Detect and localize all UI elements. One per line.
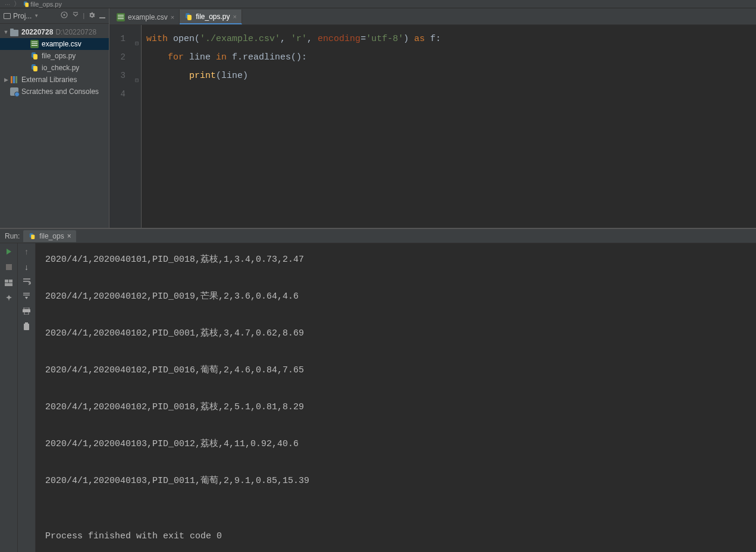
down-trace-button[interactable]: ↓ bbox=[24, 262, 29, 272]
run-toolbar-right: ↑ ↓ bbox=[18, 243, 36, 552]
tree-file[interactable]: io_check.py bbox=[0, 62, 109, 74]
run-label: Run: bbox=[5, 232, 20, 240]
delete-button[interactable] bbox=[23, 322, 30, 332]
project-tree: ▼ 20220728 D:\20220728 example.csvfile_o… bbox=[0, 24, 109, 100]
print-button[interactable] bbox=[23, 308, 30, 316]
pin-button[interactable] bbox=[4, 293, 14, 303]
svg-rect-4 bbox=[5, 280, 8, 283]
stop-button[interactable] bbox=[4, 262, 14, 272]
code-editor[interactable]: 1⊟23⊟4 with open('./example.csv', 'r', e… bbox=[109, 25, 756, 228]
project-view-icon bbox=[4, 13, 11, 19]
svg-point-1 bbox=[64, 14, 65, 16]
editor-gutter: 1⊟23⊟4 bbox=[109, 25, 142, 228]
tree-root[interactable]: ▼ 20220728 D:\20220728 bbox=[0, 26, 109, 38]
svg-rect-12 bbox=[24, 324, 29, 330]
up-trace-button[interactable]: ↑ bbox=[24, 247, 29, 256]
settings-gear-icon[interactable] bbox=[88, 11, 96, 21]
libraries-icon bbox=[10, 76, 18, 83]
svg-rect-5 bbox=[9, 280, 12, 283]
layout-button[interactable] bbox=[4, 278, 14, 287]
scroll-to-end-button[interactable] bbox=[23, 293, 30, 302]
run-panel: Run: file_ops × ↑ ↓ 2020/4/1, bbox=[0, 228, 756, 552]
python-icon bbox=[30, 64, 39, 72]
hide-panel-icon[interactable] bbox=[99, 12, 105, 20]
python-icon bbox=[184, 12, 193, 21]
run-config-tab[interactable]: file_ops × bbox=[23, 230, 76, 242]
run-panel-header: Run: file_ops × bbox=[0, 229, 756, 243]
csv-icon bbox=[30, 40, 39, 48]
editor-tab-bar: example.csv×file_ops.py× bbox=[109, 8, 756, 25]
close-icon[interactable]: × bbox=[171, 14, 174, 21]
select-opened-file-icon[interactable] bbox=[60, 11, 68, 21]
folder-icon bbox=[10, 30, 18, 36]
svg-rect-6 bbox=[5, 283, 12, 286]
tree-external-libraries[interactable]: ▶ External Libraries bbox=[0, 74, 109, 86]
close-icon[interactable]: × bbox=[233, 13, 237, 20]
console-output[interactable]: 2020/4/1,2020040101,PID_0018,荔枝,1,3.4,0.… bbox=[36, 243, 756, 552]
project-panel-header: Proj... ▼ | bbox=[0, 8, 109, 24]
code-content[interactable]: with open('./example.csv', 'r', encoding… bbox=[142, 25, 756, 228]
breadcrumb: ··· 〉 file_ops.py bbox=[0, 0, 756, 8]
tree-file[interactable]: file_ops.py bbox=[0, 50, 109, 62]
run-toolbar-left bbox=[0, 243, 18, 552]
python-icon bbox=[30, 52, 39, 60]
soft-wrap-button[interactable] bbox=[23, 278, 31, 287]
csv-icon bbox=[117, 13, 125, 21]
editor-tab[interactable]: example.csv× bbox=[112, 10, 180, 24]
tree-file[interactable]: example.csv bbox=[0, 38, 109, 50]
tree-scratches[interactable]: Scratches and Consoles bbox=[0, 86, 109, 98]
divider: | bbox=[83, 12, 84, 19]
svg-rect-13 bbox=[25, 322, 28, 324]
breadcrumb-file: file_ops.py bbox=[30, 1, 62, 8]
collapse-all-icon[interactable] bbox=[72, 11, 79, 20]
rerun-button[interactable] bbox=[4, 247, 14, 256]
python-icon bbox=[29, 233, 36, 240]
svg-rect-3 bbox=[6, 264, 12, 270]
editor-area: example.csv×file_ops.py× 1⊟23⊟4 with ope… bbox=[109, 8, 756, 228]
editor-tab[interactable]: file_ops.py× bbox=[180, 10, 242, 24]
close-icon[interactable]: × bbox=[67, 232, 71, 240]
python-icon bbox=[23, 1, 30, 7]
svg-rect-9 bbox=[24, 308, 29, 309]
project-panel: Proj... ▼ | ▼ 20220728 bbox=[0, 8, 109, 228]
scratches-icon bbox=[10, 87, 18, 96]
project-panel-title: Proj... bbox=[13, 12, 32, 20]
